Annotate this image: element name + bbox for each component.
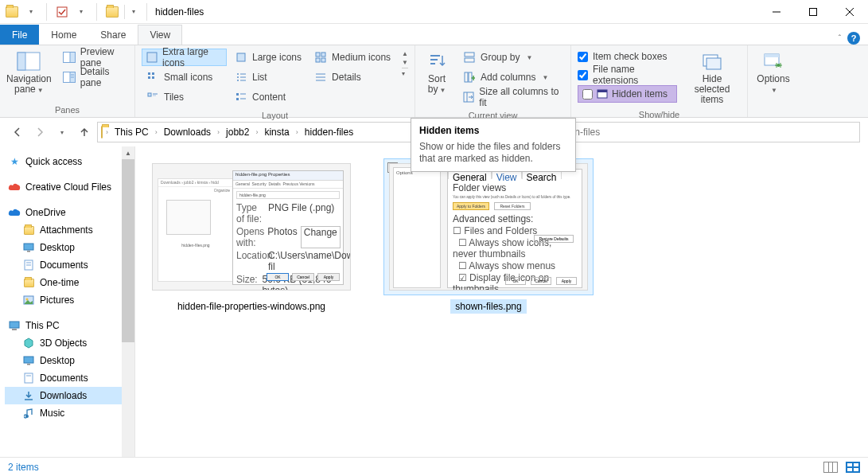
tree-pictures[interactable]: Pictures — [5, 291, 134, 309]
breadcrumb[interactable]: › This PC › Downloads › jobb2 › kinsta ›… — [97, 122, 457, 142]
forward-button[interactable] — [30, 123, 49, 142]
pictures-icon — [22, 294, 35, 306]
tree-pc-music[interactable]: Music — [5, 404, 134, 422]
3d-objects-icon — [22, 337, 35, 349]
layout-tiles[interactable]: Tiles — [142, 88, 227, 106]
add-columns-button[interactable]: Add columns▼ — [458, 68, 564, 86]
group-showhide-label: Show/hide — [571, 108, 747, 122]
folder-icon — [22, 276, 35, 289]
chevron-right-icon[interactable]: › — [154, 128, 159, 136]
tree-documents[interactable]: Documents — [5, 256, 134, 274]
layout-more-icon[interactable]: ▾ — [402, 68, 408, 77]
creative-cloud-icon — [8, 181, 21, 193]
tree-pc-desktop[interactable]: Desktop — [5, 352, 134, 369]
options-button[interactable]: Options▼ — [754, 49, 792, 96]
svg-rect-43 — [465, 58, 474, 62]
preview-pane-button[interactable]: Preview pane — [58, 49, 128, 66]
details-pane-button[interactable]: Details pane — [58, 68, 128, 86]
sort-by-button[interactable]: Sortby▼ — [422, 49, 452, 96]
help-icon[interactable]: ? — [847, 32, 860, 45]
breadcrumb-item[interactable]: This PC — [111, 127, 152, 138]
tab-home[interactable]: Home — [39, 25, 88, 45]
svg-rect-53 — [706, 58, 721, 69]
tree-this-pc[interactable]: This PC — [5, 317, 134, 334]
chevron-right-icon[interactable]: › — [254, 128, 259, 136]
tree-desktop[interactable]: Desktop — [5, 239, 134, 256]
layout-extra-large[interactable]: Extra large icons — [142, 49, 227, 66]
file-item[interactable]: Downloads › jobb2 › kinsta › hidd Organi… — [145, 159, 358, 314]
desktop-icon — [22, 354, 35, 367]
file-item-selected[interactable]: Options GeneralViewSearch Folder views Y… — [382, 159, 595, 314]
tree-quick-access[interactable]: ★ Quick access — [5, 153, 134, 170]
tree-pc-documents[interactable]: Documents — [5, 369, 134, 387]
svg-rect-13 — [147, 53, 157, 62]
tree-onetime[interactable]: One-time — [5, 274, 134, 291]
tiles-icon — [146, 91, 159, 103]
scroll-up-icon[interactable]: ▲ — [122, 146, 134, 159]
tree-onedrive[interactable]: OneDrive — [5, 204, 134, 221]
sidebar-scrollbar-thumb[interactable] — [122, 159, 134, 342]
file-name: shown-files.png — [450, 299, 526, 314]
minimize-button[interactable] — [758, 0, 795, 24]
svg-rect-17 — [316, 58, 320, 62]
layout-scroll-down-icon[interactable]: ▼ — [402, 59, 408, 66]
tab-share[interactable]: Share — [88, 25, 138, 45]
breadcrumb-item[interactable]: jobb2 — [223, 127, 252, 138]
status-bar: 2 items — [0, 457, 868, 476]
tab-file[interactable]: File — [0, 25, 39, 45]
svg-rect-60 — [27, 251, 30, 252]
chevron-right-icon[interactable]: › — [104, 128, 110, 136]
tree-attachments[interactable]: Attachments — [5, 221, 134, 239]
svg-rect-22 — [152, 76, 154, 79]
file-thumbnail: Options GeneralViewSearch Folder views Y… — [389, 163, 588, 291]
add-columns-icon — [463, 71, 476, 84]
layout-list[interactable]: List — [230, 68, 306, 86]
hide-selected-button[interactable]: Hide selecteditems — [683, 49, 741, 105]
back-button[interactable] — [8, 123, 27, 142]
item-checkboxes-toggle[interactable]: Item check boxes — [578, 49, 677, 64]
svg-point-27 — [237, 80, 239, 81]
maximize-button[interactable] — [795, 0, 831, 24]
tree-pc-downloads[interactable]: Downloads — [5, 387, 134, 404]
ribbon-collapse-icon[interactable]: ˆ — [839, 34, 841, 43]
breadcrumb-item[interactable]: kinsta — [261, 127, 292, 138]
layout-large[interactable]: Large icons — [230, 49, 306, 66]
recent-dropdown[interactable]: ▾ — [53, 123, 72, 142]
tree-3d-objects[interactable]: 3D Objects — [5, 334, 134, 352]
breadcrumb-item[interactable]: Downloads — [161, 127, 214, 138]
tab-view[interactable]: View — [138, 25, 182, 45]
qat-properties-icon[interactable] — [55, 5, 69, 19]
navigation-pane-button[interactable]: Navigationpane▼ — [6, 49, 52, 96]
details-view-switch[interactable] — [823, 462, 838, 473]
thumbnails-view-switch[interactable] — [846, 462, 860, 473]
hidden-items-toggle[interactable]: Hidden items — [578, 85, 677, 103]
close-button[interactable] — [831, 0, 868, 24]
layout-medium[interactable]: Medium icons — [309, 49, 395, 66]
qat-dropdown2-icon[interactable]: ▾ — [74, 5, 88, 19]
chevron-right-icon[interactable]: › — [216, 128, 221, 136]
svg-point-23 — [237, 73, 239, 75]
chevron-right-icon[interactable]: › — [294, 128, 300, 136]
group-panes-label: Panes — [0, 103, 134, 117]
svg-rect-15 — [316, 53, 320, 57]
layout-content[interactable]: Content — [230, 88, 306, 106]
window-title: hidden-files — [150, 6, 204, 18]
svg-point-56 — [777, 64, 780, 67]
svg-rect-55 — [765, 54, 779, 57]
layout-details[interactable]: Details — [309, 68, 395, 86]
qat-overflow-icon[interactable]: ▾ — [124, 5, 138, 19]
file-pane[interactable]: Downloads › jobb2 › kinsta › hidd Organi… — [135, 146, 868, 468]
svg-rect-67 — [12, 329, 17, 330]
layout-scroll-up-icon[interactable]: ▲ — [402, 50, 408, 57]
svg-rect-14 — [237, 53, 245, 61]
size-columns-button[interactable]: Size all columns to fit — [458, 88, 564, 106]
tree-creative-cloud[interactable]: Creative Cloud Files — [5, 178, 134, 196]
qat-dropdown-icon[interactable]: ▾ — [24, 5, 38, 19]
up-button[interactable] — [75, 123, 94, 142]
file-extensions-toggle[interactable]: File name extensions — [578, 67, 677, 83]
group-by-button[interactable]: Group by▼ — [458, 49, 564, 66]
navigation-tree[interactable]: ★ Quick access Creative Cloud Files OneD… — [0, 146, 135, 468]
svg-rect-32 — [148, 93, 151, 96]
layout-small[interactable]: Small icons — [142, 68, 227, 86]
breadcrumb-item[interactable]: hidden-files — [302, 127, 356, 138]
